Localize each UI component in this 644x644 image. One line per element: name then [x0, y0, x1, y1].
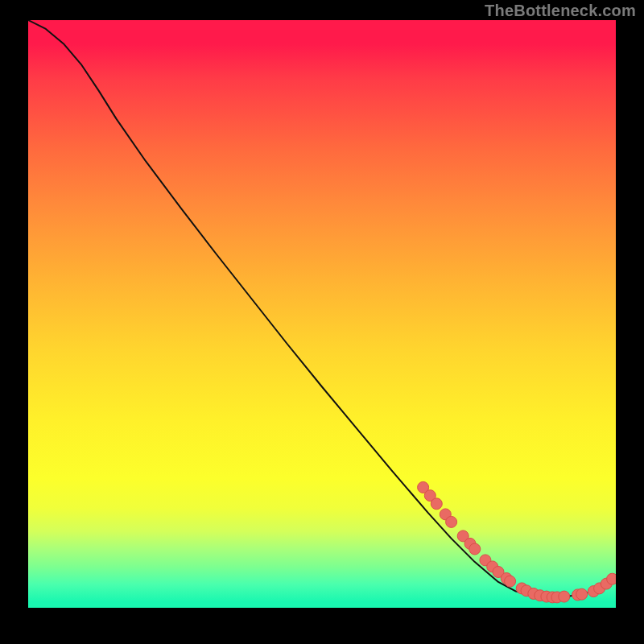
chart-stage: TheBottleneck.com [0, 0, 644, 644]
curve-marker [559, 591, 570, 602]
curve-markers [418, 481, 616, 603]
bottleneck-curve [28, 20, 616, 597]
curve-marker [505, 576, 516, 587]
curve-marker [469, 543, 481, 555]
curve-marker [607, 573, 616, 584]
plot-area [28, 20, 616, 608]
curve-marker [576, 588, 588, 600]
curve-marker [446, 516, 457, 527]
curve-marker [431, 498, 442, 510]
chart-overlay [28, 20, 616, 608]
watermark-text: TheBottleneck.com [485, 2, 636, 20]
